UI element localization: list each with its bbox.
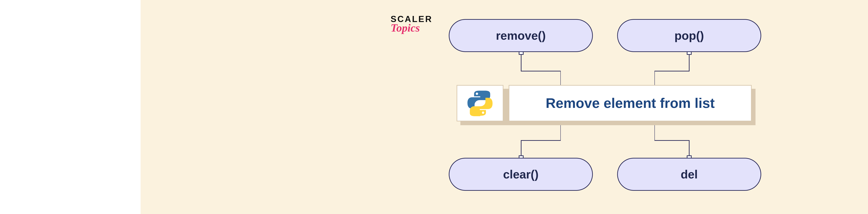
node-remove: remove() [449,19,593,52]
center-title-box: Remove element from list [509,85,752,121]
connector-del [654,125,693,159]
node-pop-label: pop() [675,29,704,42]
connector-remove [516,52,561,87]
node-remove-label: remove() [496,29,546,42]
node-del-label: del [681,168,698,181]
node-clear-label: clear() [503,168,538,181]
canvas: SCALER Topics remove() pop() [0,0,868,214]
svg-rect-0 [519,52,523,55]
node-clear: clear() [449,158,593,191]
center-title: Remove element from list [546,95,715,111]
svg-rect-1 [687,52,691,55]
diagram-panel: SCALER Topics remove() pop() [141,0,868,214]
center-node: Remove element from list [457,85,755,125]
scaler-topics-logo: SCALER Topics [391,15,433,33]
python-icon-box [457,85,503,121]
node-del: del [617,158,761,191]
connector-pop [654,52,693,87]
python-icon [467,90,493,116]
node-pop: pop() [617,19,761,52]
logo-text-line2: Topics [391,22,433,33]
connector-clear [516,125,561,159]
